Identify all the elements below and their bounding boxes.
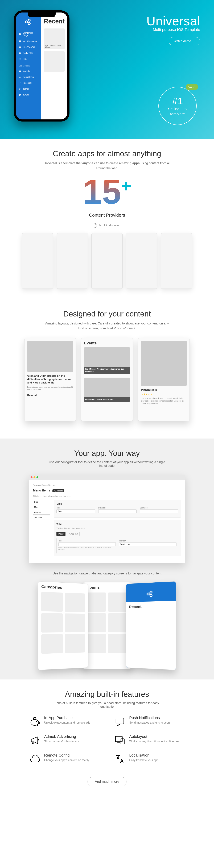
add-item-button[interactable]: + Add item: [53, 489, 64, 492]
window-titlebar: [29, 475, 185, 480]
nav-mockup: Categories: [38, 581, 88, 670]
feature-item: Admob AdvertisingShow banner & interstia…: [29, 734, 100, 746]
layout-mockup: Patient Ninja ★★★★★ Lorem ipsum dolor si…: [138, 338, 190, 421]
feature-item: In-App PurchasesUnlock extra content and…: [29, 716, 100, 727]
hero-title: Universal: [80, 14, 200, 28]
drawable-input[interactable]: [98, 509, 137, 513]
drawer-item: Twitter: [16, 92, 41, 98]
providers-label: Content Providers: [14, 213, 200, 218]
drawer-item: Tumblr: [16, 86, 41, 92]
svg-point-13: [31, 720, 38, 725]
feature-item: Push NotificationsSend messages and urls…: [114, 716, 185, 727]
app-logo-icon: [16, 16, 41, 30]
drawer-item: Live TV ABC: [16, 44, 41, 50]
phone-mockup: Wordpress Blogs WooCommerce Live TV ABC …: [14, 10, 69, 122]
content-title: Recent: [44, 18, 65, 25]
drawer-item: SoundCloud: [16, 74, 41, 80]
create-apps-section: Create apps for almost anything Universa…: [0, 139, 214, 299]
drawer-item: Facebook: [16, 80, 41, 86]
chat-bubble-icon: [114, 716, 126, 727]
svg-rect-15: [34, 717, 36, 718]
menu-list-item[interactable]: Map: [33, 505, 50, 509]
feature-item: AutolayoutWorks on any iPad, iPhone & sp…: [114, 734, 185, 746]
svg-rect-7: [19, 71, 21, 72]
submenu-input[interactable]: [140, 509, 178, 513]
section-desc: Amazing layouts, designed with care. Car…: [43, 321, 171, 331]
mouse-icon: [94, 223, 97, 228]
badge-number: #1: [172, 95, 183, 106]
drawer-item: RSS: [16, 56, 41, 62]
feature-item: LocalisationEasy translate your app: [114, 753, 185, 765]
nav-mockup: Albums: [83, 582, 131, 669]
drawer-item: Wordpress Blogs: [16, 30, 41, 38]
section-title: Designed for your content: [14, 310, 200, 318]
section-desc: Use our configurator tool to define the …: [46, 460, 168, 468]
nav-desc: Use the navigation drawer, tabs and cate…: [52, 572, 162, 575]
section-desc: Tons of built-in features to give you a …: [46, 701, 168, 709]
provider-mockups: [14, 233, 200, 289]
megaphone-icon: [29, 734, 41, 746]
hero-subtitle: Multi-purpose IOS Template: [80, 27, 200, 32]
layout-mockup: Events Field Notes: WooCommerce Workshop…: [81, 338, 133, 421]
minimize-dot-icon: [33, 476, 35, 478]
svg-rect-8: [94, 223, 97, 227]
section-title: Amazing built-in features: [14, 690, 200, 699]
configurator-window: Download Config File Import Menu items +…: [29, 475, 185, 563]
piggy-bank-icon: [29, 716, 41, 727]
svg-point-10: [147, 593, 149, 595]
nav-mockup: Recent: [126, 581, 176, 670]
svg-point-14: [36, 721, 37, 722]
svg-point-3: [19, 33, 21, 35]
hero-section: Wordpress Blogs WooCommerce Live TV ABC …: [0, 0, 214, 139]
app-logo-icon: [146, 589, 155, 598]
features-section: Amazing built-in features Tons of built-…: [0, 679, 214, 797]
content-card: Find the Perfect Photo Library: [44, 28, 65, 49]
provider-select[interactable]: [119, 542, 177, 546]
drawer-item: WooCommerce: [16, 38, 41, 44]
content-card: [44, 51, 65, 72]
close-dot-icon: [31, 476, 32, 478]
section-title: Create apps for almost anything: [14, 149, 200, 158]
scroll-hint: Scroll to discover!: [14, 223, 200, 228]
navigation-drawer: Wordpress Blogs WooCommerce Live TV ABC …: [16, 12, 41, 119]
drawer-section-label: Social Media: [16, 63, 41, 68]
config-heading: Menu items + Add item: [33, 489, 181, 492]
navigation-mockups: Categories Albums Recent: [14, 582, 200, 669]
config-panel-tabs: Tabs The list of tabs for this menu item…: [54, 520, 181, 556]
svg-rect-5: [19, 46, 21, 48]
version-badge: v4.3: [186, 84, 198, 90]
menu-list-item[interactable]: Blog: [33, 500, 50, 504]
svg-rect-16: [116, 718, 124, 724]
ranking-badge: v4.3 #1 Selling IOStemplate: [158, 87, 196, 125]
watch-demo-button[interactable]: Watch demo →: [169, 37, 200, 45]
devices-icon: [114, 734, 126, 746]
tab-title-input[interactable]: [58, 542, 116, 546]
svg-rect-18: [121, 739, 124, 744]
layout-mockup: 'Stan and Ollie' director on the difficu…: [24, 338, 76, 421]
more-features-button[interactable]: And much more: [88, 777, 126, 786]
section-desc: Universal is a template that anyone can …: [43, 161, 171, 171]
drawer-item: Radio 3FM: [16, 50, 41, 56]
providers-count: 15+: [14, 174, 200, 209]
title-input[interactable]: [57, 509, 95, 513]
menu-list-item[interactable]: Podcast: [33, 510, 50, 515]
zoom-dot-icon: [36, 476, 38, 478]
drawer-item: Youtube: [16, 68, 41, 74]
your-app-section: Your app. Your way Use our configurator …: [0, 438, 214, 679]
feature-item: Remote ConfigChange your app's content o…: [29, 753, 100, 765]
svg-point-0: [25, 21, 27, 23]
designed-section: Designed for your content Amazing layout…: [0, 299, 214, 439]
menu-list-item[interactable]: YouTube: [33, 515, 50, 520]
translate-icon: [114, 753, 126, 765]
svg-point-6: [19, 52, 21, 54]
svg-rect-4: [19, 40, 21, 42]
section-title: Your app. Your way: [14, 449, 200, 458]
cloud-icon: [29, 753, 41, 765]
config-panel-blog: Blog Title Drawable Submenu: [54, 500, 181, 518]
